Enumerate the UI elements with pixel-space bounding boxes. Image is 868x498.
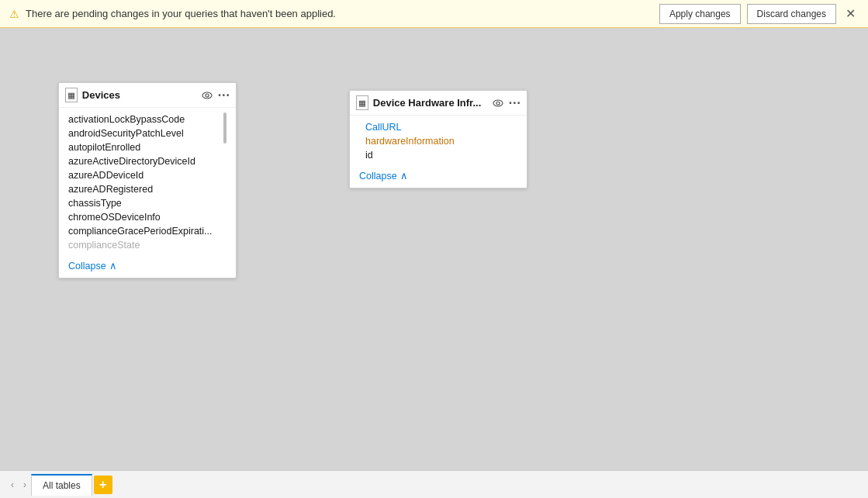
- devices-table-card: ▦ Devices ⋯ activationLockBypassCode and…: [58, 82, 237, 278]
- close-notification-button[interactable]: ✕: [842, 8, 859, 20]
- add-tab-button[interactable]: +: [94, 476, 112, 494]
- devices-card-header: ▦ Devices ⋯: [59, 83, 236, 108]
- apply-changes-button[interactable]: Apply changes: [659, 4, 741, 24]
- devices-eye-button[interactable]: [202, 90, 213, 101]
- devices-header-icons: ⋯: [202, 89, 230, 102]
- hardware-header-icons: ⋯: [493, 97, 520, 109]
- field-autopilotEnrolled: autopilotEnrolled: [59, 140, 236, 154]
- next-tab-button[interactable]: ›: [19, 476, 31, 493]
- devices-collapse-icon: ∧: [109, 260, 117, 271]
- svg-point-2: [493, 100, 503, 106]
- field-azureADDeviceId: azureADDeviceId: [59, 168, 236, 182]
- hardware-collapse-label: Collapse: [359, 171, 397, 182]
- devices-table-icon: ▦: [65, 88, 78, 102]
- hardware-table-icon: ▦: [356, 95, 368, 110]
- svg-point-3: [496, 102, 500, 105]
- field-id: id: [350, 148, 527, 162]
- canvas-area: ▦ Devices ⋯ activationLockBypassCode and…: [0, 28, 868, 470]
- devices-collapse-button[interactable]: Collapse ∧: [59, 257, 236, 278]
- field-activationLockBypassCode: activationLockBypassCode: [59, 112, 236, 126]
- hardware-collapse-icon: ∧: [400, 170, 408, 182]
- bottom-bar: ‹ › All tables +: [0, 470, 868, 498]
- field-complianceGracePeriod: complianceGracePeriodExpirati...: [59, 224, 236, 238]
- field-hardwareInformation: hardwareInformation: [350, 134, 527, 148]
- hardware-eye-button[interactable]: [493, 98, 503, 109]
- hardware-collapse-button[interactable]: Collapse ∧: [350, 167, 527, 188]
- all-tables-tab[interactable]: All tables: [31, 474, 92, 496]
- field-chassisType: chassisType: [59, 196, 236, 210]
- hardware-table-card: ▦ Device Hardware Infr... ⋯ CallURL hard…: [349, 90, 527, 188]
- field-complianceState: complianceState: [59, 238, 236, 252]
- prev-tab-button[interactable]: ‹: [6, 476, 19, 493]
- svg-point-0: [202, 92, 212, 99]
- field-androidSecurityPatchLevel: androidSecurityPatchLevel: [59, 126, 236, 140]
- svg-point-1: [206, 94, 209, 97]
- discard-changes-button[interactable]: Discard changes: [747, 4, 836, 24]
- devices-table-title: Devices: [82, 89, 197, 101]
- devices-more-button[interactable]: ⋯: [217, 89, 230, 102]
- hardware-more-button[interactable]: ⋯: [508, 97, 520, 109]
- field-chromeOSDeviceInfo: chromeOSDeviceInfo: [59, 210, 236, 224]
- devices-field-list: activationLockBypassCode androidSecurity…: [59, 108, 236, 257]
- field-azureADRegistered: azureADRegistered: [59, 182, 236, 196]
- hardware-field-list: CallURL hardwareInformation id: [350, 116, 527, 167]
- hardware-table-title: Device Hardware Infr...: [373, 97, 488, 109]
- notification-message: There are pending changes in your querie…: [26, 8, 653, 19]
- devices-collapse-label: Collapse: [68, 261, 106, 271]
- warning-icon: ⚠: [9, 8, 19, 20]
- field-CallURL: CallURL: [350, 120, 527, 134]
- field-azureActiveDirectoryDeviceId: azureActiveDirectoryDeviceId: [59, 154, 236, 168]
- notification-bar: ⚠ There are pending changes in your quer…: [0, 0, 868, 28]
- hardware-card-header: ▦ Device Hardware Infr... ⋯: [350, 91, 527, 116]
